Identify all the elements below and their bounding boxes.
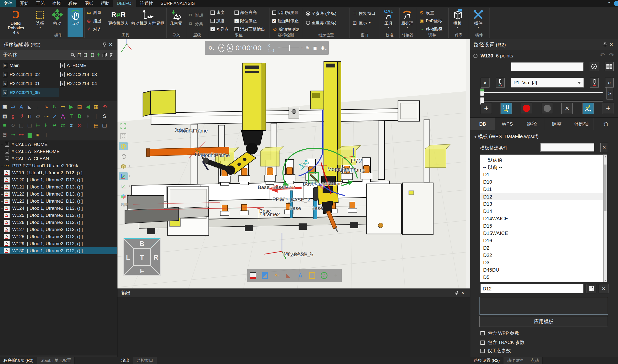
statement-row[interactable]: – W120 [ Utool1, Uframe2, D13, () ] — [0, 176, 117, 183]
toolbar-icon[interactable]: ⊓ — [26, 113, 34, 119]
add-point-before-button[interactable]: + — [481, 103, 492, 114]
point-select-dropdown[interactable]: P1: Via, [J] — [511, 78, 584, 88]
bottom-tab[interactable]: Stäubli 单元配置 — [37, 357, 75, 364]
statement-row[interactable]: – W122 [ Utool1, Uframe2, D13, () ] — [0, 190, 117, 197]
color-highlight-checkbox[interactable]: 颜色高亮 — [234, 10, 257, 15]
menu-item[interactable]: 程序 — [65, 0, 81, 7]
close-icon[interactable]: × — [108, 41, 114, 48]
axes-mode-icon[interactable]: ▼ — [119, 182, 128, 190]
scrollbar-thumb[interactable] — [604, 165, 606, 211]
include-track-checkbox[interactable]: 包含 TRACK 参数 — [481, 339, 524, 346]
clear-filter-button[interactable]: × — [600, 143, 608, 152]
add-subprogram-icon[interactable]: + — [95, 52, 102, 58]
video-record-icon[interactable]: ▣ — [313, 45, 317, 51]
pane-icon[interactable] — [261, 271, 269, 280]
menu-item[interactable]: 连通性 — [136, 0, 157, 7]
edit-detector-button[interactable]: ⚙编辑探测器 — [272, 26, 300, 32]
toolbar-icon[interactable]: | — [84, 122, 92, 128]
menu-item[interactable]: 帮助 — [97, 0, 113, 7]
limit-stop-checkbox[interactable]: ✓限位停止 — [234, 18, 257, 24]
close-icon[interactable]: × — [608, 41, 615, 48]
message-output-checkbox[interactable]: 消息面板输出 — [234, 26, 265, 32]
settings-tab[interactable]: 调整 — [544, 117, 569, 130]
pin-icon[interactable] — [602, 41, 608, 48]
toolbar-icon[interactable]: ⇄ — [59, 122, 67, 128]
toolbar-icon[interactable]: ↻ — [50, 104, 59, 110]
toolbar-icon[interactable]: ▢ — [17, 122, 26, 128]
statement-row[interactable]: – W126 [ Utool1, Uframe2, D13, () ] — [0, 219, 117, 226]
geometry-button[interactable]: 几何元 — [168, 8, 184, 26]
measure-button[interactable]: ▭测量 — [86, 10, 101, 15]
toolbar-icon[interactable]: ⧈ — [34, 132, 42, 138]
plugin-button[interactable]: 插件▼ — [471, 8, 485, 29]
toolbar-icon[interactable]: ⊢ — [34, 122, 42, 128]
apply-template-button[interactable]: 应用模板 — [480, 316, 608, 327]
settings-tab[interactable]: 外部轴 — [569, 117, 594, 130]
calibration-tools-button[interactable]: CAL 工具▼ — [381, 8, 397, 29]
attach-button[interactable]: ⧉附加 — [188, 12, 203, 18]
template-item[interactable]: D15WAICE — [480, 230, 607, 237]
copy-icon[interactable] — [102, 52, 108, 58]
toolbar-icon[interactable]: | — [42, 132, 50, 138]
detach-button[interactable]: ⧉分离 — [188, 21, 203, 27]
template-item[interactable]: D10 — [480, 178, 607, 185]
settings-tab[interactable]: WPS — [495, 117, 520, 130]
toolbar-icon[interactable]: ⊸ — [9, 132, 17, 138]
align-button[interactable]: ⫽对齐 — [86, 26, 101, 32]
frame-mode-icon[interactable]: ▼ — [119, 172, 128, 180]
subprogram-item[interactable]: S R2ZC3214_05 — [1, 88, 59, 97]
toolbar-icon[interactable]: ● — [84, 113, 92, 119]
menu-item[interactable]: 开始 — [16, 0, 32, 7]
move-to-point-button[interactable] — [501, 103, 512, 114]
next-point-button[interactable]: » — [605, 78, 614, 88]
speed-checkbox[interactable]: 速度 — [210, 10, 224, 15]
pnp-button[interactable]: ▣PnP坐标 — [419, 18, 442, 24]
template-section-header[interactable]: ▼ 模板 (WPS_DataFile.wpsdf) — [474, 133, 538, 140]
toolbar-icon[interactable]: ↺ — [17, 113, 26, 119]
template-item[interactable]: D14 — [480, 208, 607, 215]
delete-point-button[interactable]: × — [562, 103, 573, 114]
template-item[interactable]: D12 — [480, 193, 607, 200]
import-icon[interactable] — [82, 52, 89, 58]
settings-tab[interactable]: 路径 — [520, 117, 545, 130]
template-item[interactable]: -- 默认值 -- — [480, 156, 607, 164]
subprogram-item[interactable]: S R2ZC3214_04 — [59, 79, 116, 88]
play-button[interactable]: ▶ — [227, 44, 233, 52]
add-point-after-button[interactable]: + — [603, 103, 614, 114]
statement-row[interactable]: – W127 [ Utool1, Uframe2, D13, () ] — [0, 226, 117, 233]
film-icon[interactable]: ⋕▼ — [321, 45, 327, 51]
ribbon-collapse-icon[interactable]: ⌃ — [607, 1, 611, 6]
toolbar-icon[interactable]: ↗ — [50, 113, 59, 119]
enable-detector-checkbox[interactable]: 启用探测器 — [272, 10, 299, 15]
weld-select-icon[interactable] — [249, 271, 257, 280]
toolbar-icon[interactable]: ⧗ — [67, 122, 75, 128]
bottom-tab[interactable]: 输出 — [118, 357, 133, 364]
menu-item[interactable]: SURF ANALYSIS — [157, 0, 198, 7]
toolbar-icon[interactable]: ▦ — [92, 104, 100, 110]
pin-icon[interactable] — [101, 41, 108, 48]
toolbar-icon[interactable]: ↝ — [42, 113, 50, 119]
s-button[interactable]: S — [606, 87, 613, 100]
subprogram-item[interactable]: S A_HOME — [59, 61, 116, 70]
toolbar-icon[interactable]: ⊷ — [17, 132, 26, 138]
template-item[interactable]: D5 — [480, 273, 607, 281]
toolbar-icon[interactable]: ⊘ — [75, 122, 84, 128]
template-filter-input[interactable] — [540, 143, 594, 152]
toolbar-icon[interactable]: ▤ — [92, 122, 100, 128]
statement-row[interactable]: – # CALL A_CLEAN — [0, 155, 117, 162]
subprogram-item[interactable]: M Main — [1, 61, 59, 70]
toolbar-icon[interactable]: S — [100, 113, 109, 119]
check-status-icon[interactable]: ✓ — [320, 271, 328, 280]
statement-row[interactable]: – W128 [ Utool1, Uframe2, D12, () ] — [0, 233, 117, 240]
point-table-button[interactable] — [605, 62, 614, 71]
toolbar-icon[interactable]: ⟲ — [100, 104, 109, 110]
robot-config-icon[interactable]: ⌖ — [332, 271, 340, 280]
template-item[interactable]: -- 以前 -- — [480, 164, 607, 171]
wire-cube-icon[interactable] — [119, 152, 128, 160]
template-item[interactable]: D15 — [480, 222, 607, 230]
selection-frame-icon[interactable] — [308, 271, 316, 280]
template-item[interactable]: D2 — [480, 244, 607, 252]
viewport-3d[interactable]: JointFrameMountFrameFlangeFrameMountFram… — [117, 39, 470, 288]
bottom-tab[interactable]: 点动 — [527, 357, 543, 364]
previous-point-button[interactable]: « — [481, 78, 490, 88]
